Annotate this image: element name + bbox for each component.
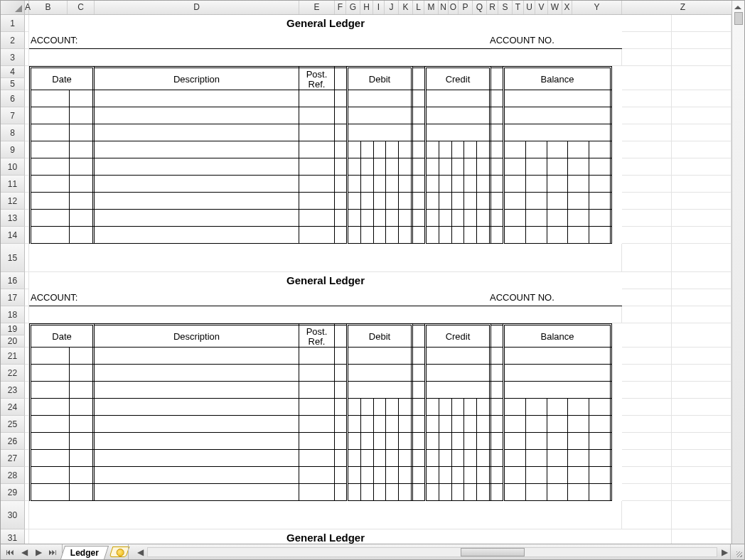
cell-description[interactable]	[95, 193, 299, 210]
cell-credit[interactable]	[424, 416, 491, 433]
nav-next-icon[interactable]: ▶	[33, 547, 43, 557]
row-header-5[interactable]: 5	[1, 78, 25, 90]
account-no-value[interactable]	[567, 289, 622, 306]
col-header-P[interactable]: P	[459, 1, 473, 14]
cell-balance[interactable]	[503, 90, 612, 107]
cell-description[interactable]	[95, 484, 299, 501]
cell-post-ref[interactable]	[299, 348, 335, 365]
col-header-Y[interactable]: Y	[572, 1, 622, 14]
cell-debit[interactable]	[346, 176, 413, 193]
cell-description[interactable]	[95, 90, 299, 107]
nav-last-icon[interactable]: ⏭	[48, 547, 58, 557]
col-header-L[interactable]: L	[413, 1, 424, 14]
cell-date[interactable]	[29, 210, 95, 227]
col-header-K[interactable]: K	[399, 1, 413, 14]
cell-debit[interactable]	[346, 124, 413, 141]
cell-balance[interactable]	[503, 382, 612, 399]
cell-debit[interactable]	[346, 382, 413, 399]
cell-date[interactable]	[29, 141, 95, 158]
cell-debit[interactable]	[346, 107, 413, 124]
row-header-19[interactable]: 19	[1, 323, 25, 335]
cell-credit[interactable]	[424, 484, 491, 501]
col-header-F[interactable]: F	[335, 1, 346, 14]
cell-debit[interactable]	[346, 467, 413, 484]
col-header-X[interactable]: X	[562, 1, 572, 14]
cell-debit[interactable]	[346, 433, 413, 450]
cell-credit[interactable]	[424, 382, 491, 399]
cell-post-ref[interactable]	[299, 433, 335, 450]
row-header-11[interactable]: 11	[1, 176, 25, 193]
cell-credit[interactable]	[424, 450, 491, 467]
row-header-23[interactable]: 23	[1, 382, 25, 399]
row-header-3[interactable]: 3	[1, 49, 25, 66]
row-header-28[interactable]: 28	[1, 467, 25, 484]
select-all-button[interactable]	[1, 1, 25, 14]
row-header-1[interactable]: 1	[1, 15, 25, 32]
cell-date[interactable]	[29, 176, 95, 193]
cell-balance[interactable]	[503, 141, 612, 158]
row-header-13[interactable]: 13	[1, 210, 25, 227]
cell-post-ref[interactable]	[299, 158, 335, 176]
cell-debit[interactable]	[346, 193, 413, 210]
cell-description[interactable]	[95, 433, 299, 450]
row-header-26[interactable]: 26	[1, 433, 25, 450]
cell-balance[interactable]	[503, 124, 612, 141]
cell-post-ref[interactable]	[299, 399, 335, 416]
cell-debit[interactable]	[346, 158, 413, 176]
cell-balance[interactable]	[503, 484, 612, 501]
row-header-14[interactable]: 14	[1, 227, 25, 244]
col-header-I[interactable]: I	[373, 1, 385, 14]
cell-date[interactable]	[29, 90, 95, 107]
row-header-29[interactable]: 29	[1, 484, 25, 501]
col-header-Q[interactable]: Q	[473, 1, 487, 14]
cell-debit[interactable]	[346, 141, 413, 158]
col-header-U[interactable]: U	[524, 1, 535, 14]
col-header-D[interactable]: D	[95, 1, 299, 14]
cell-credit[interactable]	[424, 227, 491, 244]
cell-balance[interactable]	[503, 193, 612, 210]
cell-post-ref[interactable]	[299, 467, 335, 484]
cell-description[interactable]	[95, 176, 299, 193]
cell-balance[interactable]	[503, 107, 612, 124]
cell-balance[interactable]	[503, 158, 612, 176]
cell-credit[interactable]	[424, 90, 491, 107]
row-header-18[interactable]: 18	[1, 306, 25, 323]
cell-date[interactable]	[29, 484, 95, 501]
col-header-O[interactable]: O	[449, 1, 459, 14]
cell-description[interactable]	[95, 158, 299, 176]
cell-debit[interactable]	[346, 399, 413, 416]
cell-date[interactable]	[29, 227, 95, 244]
col-header-V[interactable]: V	[535, 1, 548, 14]
nav-prev-icon[interactable]: ◀	[19, 547, 29, 557]
cell-post-ref[interactable]	[299, 124, 335, 141]
cell-description[interactable]	[95, 399, 299, 416]
cell-date[interactable]	[29, 399, 95, 416]
resize-grip-icon[interactable]	[730, 544, 744, 559]
sheet-grid[interactable]: 1General Ledger2ACCOUNT:ACCOUNT NO.345Da…	[1, 15, 731, 544]
row-header-9[interactable]: 9	[1, 141, 25, 158]
cell-credit[interactable]	[424, 141, 491, 158]
row-header-8[interactable]: 8	[1, 124, 25, 141]
cell-post-ref[interactable]	[299, 193, 335, 210]
new-sheet-button[interactable]	[109, 546, 130, 557]
cell-post-ref[interactable]	[299, 450, 335, 467]
cell-balance[interactable]	[503, 348, 612, 365]
cell-date[interactable]	[29, 382, 95, 399]
account-value[interactable]	[95, 289, 488, 306]
cell-description[interactable]	[95, 467, 299, 484]
cell-balance[interactable]	[503, 365, 612, 382]
row-header-7[interactable]: 7	[1, 107, 25, 124]
tab-ledger[interactable]: Ledger	[60, 546, 109, 559]
row-header-15[interactable]: 15	[1, 244, 25, 272]
row-header-31[interactable]: 31	[1, 529, 25, 544]
cell-debit[interactable]	[346, 416, 413, 433]
vertical-scrollbar[interactable]	[731, 1, 744, 544]
row-header-21[interactable]: 21	[1, 348, 25, 365]
cell-date[interactable]	[29, 348, 95, 365]
cell-credit[interactable]	[424, 124, 491, 141]
row-header-17[interactable]: 17	[1, 289, 25, 306]
cell-credit[interactable]	[424, 399, 491, 416]
col-header-S[interactable]: S	[498, 1, 513, 14]
cell-credit[interactable]	[424, 467, 491, 484]
cell-date[interactable]	[29, 450, 95, 467]
